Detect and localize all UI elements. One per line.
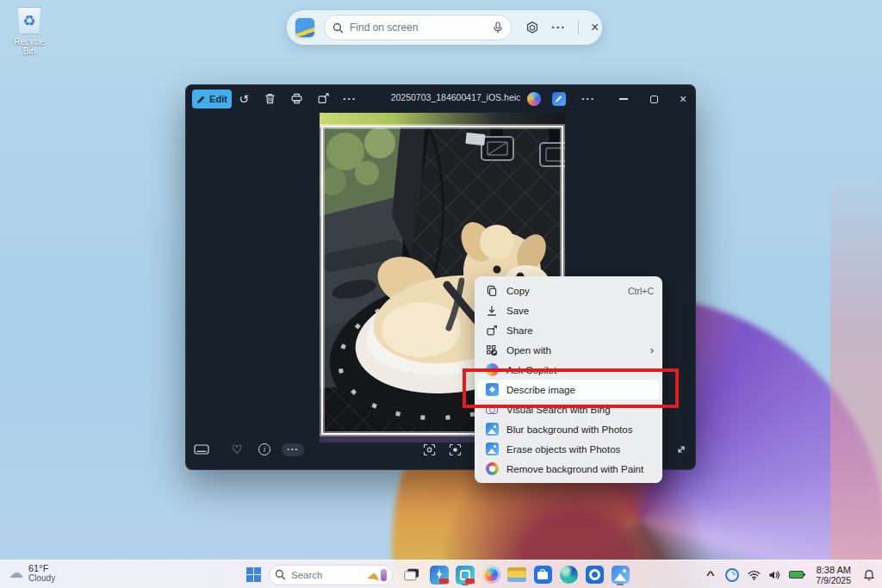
start-button[interactable]	[242, 564, 264, 585]
edit-button[interactable]: Edit	[192, 90, 232, 108]
shoe-graphic	[367, 573, 379, 581]
tray-time: 8:38 AM	[816, 565, 851, 575]
taskbar-search-input[interactable]	[291, 570, 351, 580]
share-icon	[485, 324, 499, 337]
notification-bell-icon[interactable]	[858, 569, 880, 581]
recycle-glyph: ♻	[22, 14, 35, 28]
wallpaper-edge-tint	[830, 0, 882, 588]
menu-item-label: Copy	[506, 286, 628, 296]
click-to-do-app-icon	[295, 18, 314, 37]
divider	[578, 21, 579, 34]
menu-item-label: Erase objects with Photos	[506, 444, 654, 455]
minimize-icon[interactable]	[617, 92, 630, 106]
menu-item-label: Save	[506, 306, 654, 316]
recycle-bin-shortcut[interactable]: ♻ Recycle Bin	[7, 7, 52, 56]
delete-icon[interactable]	[264, 92, 276, 105]
designer-icon[interactable]	[552, 92, 566, 106]
info-icon[interactable]: i	[257, 436, 272, 462]
menu-item-label: Share	[506, 325, 654, 336]
pro-badge	[465, 579, 475, 584]
find-search-box[interactable]	[324, 15, 512, 40]
copy-icon	[485, 284, 499, 298]
find-on-screen-input[interactable]	[350, 22, 493, 34]
weather-widget[interactable]: ☁ 61°F Cloudy	[9, 563, 55, 583]
fullscreen-icon[interactable]	[674, 436, 689, 462]
favorite-icon[interactable]: ♡	[229, 436, 245, 462]
info-glyph: i	[258, 443, 270, 455]
volume-icon[interactable]	[764, 570, 785, 580]
zoom-actual-icon[interactable]	[447, 436, 463, 462]
photos-app-icon	[485, 423, 499, 436]
video-app-pro-icon[interactable]	[454, 564, 476, 585]
menu-item-label: Blur background with Photos	[506, 424, 654, 435]
copilot-taskbar-icon[interactable]	[480, 564, 502, 585]
hexagon-box-icon[interactable]	[525, 21, 539, 34]
menu-item-copy[interactable]: Copy Ctrl+C	[475, 281, 662, 300]
menu-item-label: Open with	[506, 345, 650, 356]
outlook-icon[interactable]	[583, 564, 606, 585]
menu-item-save[interactable]: Save	[475, 300, 662, 320]
clock[interactable]: 8:38 AM 7/9/2025	[816, 565, 851, 585]
microsoft-store-icon[interactable]	[531, 564, 554, 585]
menu-item-shortcut: Ctrl+C	[628, 286, 654, 296]
running-indicator	[617, 584, 624, 585]
close-window-icon[interactable]: ×	[676, 92, 690, 106]
window-title: 20250703_184600417_iOS.heic	[382, 92, 529, 102]
maximize-icon[interactable]	[647, 92, 661, 106]
bottle-graphic	[381, 569, 387, 581]
more-options-icon[interactable]: ···	[551, 21, 566, 34]
share-icon[interactable]	[317, 92, 330, 105]
save-icon	[485, 304, 499, 318]
tray-chevron-up-icon[interactable]: ^	[696, 569, 725, 581]
file-explorer-icon[interactable]	[506, 564, 528, 585]
print-icon[interactable]	[290, 92, 303, 105]
recycle-bin-label: Recycle Bin	[7, 37, 52, 56]
recycle-bin-icon: ♻	[16, 7, 42, 34]
search-highlight-image	[367, 569, 387, 581]
zoom-fit-icon[interactable]	[421, 436, 437, 462]
battery-icon[interactable]	[785, 571, 807, 579]
menu-item-label: Remove background with Paint	[506, 464, 654, 474]
menu-item-remove-background[interactable]: Remove background with Paint	[475, 459, 662, 479]
edit-label: Edit	[209, 94, 227, 104]
photos-app-icon	[485, 443, 499, 456]
more-footer-icon[interactable]: ···	[281, 436, 305, 462]
open-with-icon	[485, 344, 499, 357]
weather-condition: Cloudy	[28, 573, 55, 583]
more-toolbar-icon[interactable]: ···	[343, 92, 357, 105]
submenu-chevron-icon: ›	[650, 344, 654, 356]
menu-item-erase-objects[interactable]: Erase objects with Photos	[475, 439, 662, 459]
weather-temperature: 61°F	[28, 563, 55, 573]
filmstrip-icon[interactable]	[193, 436, 210, 462]
photo-app-pro-icon[interactable]	[428, 564, 450, 585]
taskbar-search-box[interactable]	[269, 565, 393, 585]
tray-date: 7/9/2025	[816, 575, 851, 585]
rotate-icon[interactable]: ↺	[237, 92, 251, 106]
annotation-highlight-box	[463, 368, 679, 408]
pro-badge	[439, 579, 449, 584]
paint-app-icon	[485, 462, 499, 476]
edge-icon[interactable]	[557, 564, 580, 585]
microphone-icon[interactable]	[493, 22, 503, 34]
find-on-screen-bar: ··· ×	[287, 10, 602, 45]
more-glyph: ···	[282, 443, 304, 456]
search-icon	[332, 22, 344, 34]
photos-app-icon[interactable]	[609, 564, 631, 585]
menu-item-blur-background[interactable]: Blur background with Photos	[475, 419, 662, 439]
taskbar: ☁ 61°F Cloudy	[0, 560, 882, 588]
search-icon	[275, 569, 286, 580]
task-view-icon[interactable]	[401, 564, 423, 585]
close-icon[interactable]: ×	[591, 21, 599, 34]
menu-item-share[interactable]: Share	[475, 320, 662, 340]
running-indicator	[462, 584, 469, 585]
more-titlebar-icon[interactable]: ···	[581, 92, 595, 105]
wifi-icon[interactable]	[743, 570, 764, 580]
menu-item-open-with[interactable]: Open with ›	[475, 340, 662, 360]
copilot-icon[interactable]	[527, 92, 541, 106]
cloud-icon: ☁	[9, 566, 23, 580]
